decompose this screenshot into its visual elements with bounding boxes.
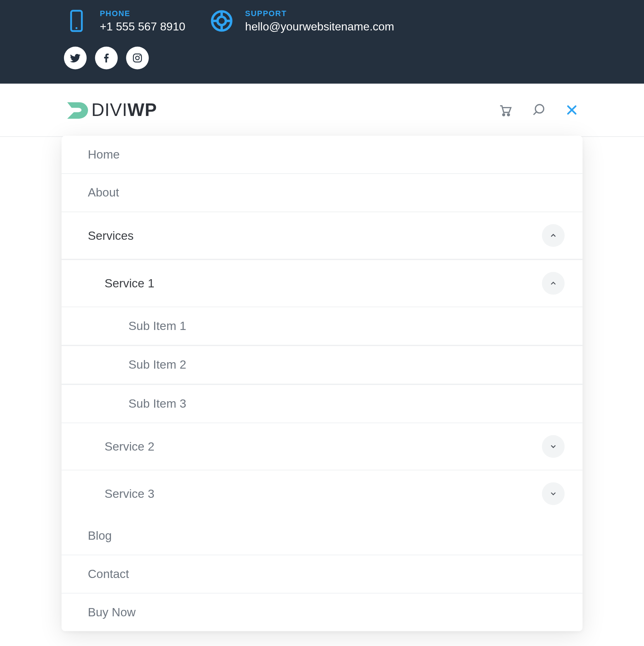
svg-point-1 xyxy=(75,27,77,29)
chevron-up-icon[interactable] xyxy=(542,224,565,247)
logo[interactable]: DIVIWP xyxy=(64,97,157,123)
phone-label: PHONE xyxy=(100,9,185,18)
support-icon xyxy=(209,8,234,33)
instagram-icon[interactable] xyxy=(126,47,148,69)
svg-point-9 xyxy=(136,56,139,60)
twitter-icon[interactable] xyxy=(64,47,87,69)
menu-item-service-3[interactable]: Service 3 xyxy=(62,470,582,517)
support-value: hello@yourwebsitename.com xyxy=(245,20,394,33)
menu-label: Blog xyxy=(88,529,565,543)
menu-item-contact[interactable]: Contact xyxy=(62,555,582,593)
menu-label: Sub Item 2 xyxy=(128,358,565,371)
menu-item-home[interactable]: Home xyxy=(62,136,582,174)
menu-label: Home xyxy=(88,147,565,161)
chevron-down-icon[interactable] xyxy=(542,482,565,505)
menu-item-sub-3[interactable]: Sub Item 3 xyxy=(62,384,582,423)
menu-label: Services xyxy=(88,229,542,242)
logo-mark-icon xyxy=(64,97,90,123)
mobile-menu-panel: Home About Services Service 1 Sub Item 1 xyxy=(62,136,582,631)
facebook-icon[interactable] xyxy=(95,47,118,69)
svg-point-10 xyxy=(139,55,140,56)
menu-label: Sub Item 3 xyxy=(128,397,565,411)
header: DIVIWP xyxy=(0,84,644,137)
phone-value: +1 555 567 8910 xyxy=(100,20,185,33)
menu-item-services[interactable]: Services xyxy=(62,212,582,259)
logo-text-part2: WP xyxy=(127,100,157,120)
svg-point-11 xyxy=(503,114,504,116)
svg-point-12 xyxy=(507,114,509,116)
menu-item-sub-2[interactable]: Sub Item 2 xyxy=(62,345,582,384)
chevron-down-icon[interactable] xyxy=(542,435,565,458)
menu-item-blog[interactable]: Blog xyxy=(62,517,582,555)
menu-label: About xyxy=(88,186,565,199)
menu-label: Service 1 xyxy=(104,276,542,290)
svg-point-13 xyxy=(535,105,543,113)
chevron-up-icon[interactable] xyxy=(542,272,565,295)
services-submenu: Service 1 Sub Item 1 Sub Item 2 Sub Item… xyxy=(62,259,582,517)
cart-icon[interactable] xyxy=(497,102,513,118)
menu-item-buy-now[interactable]: Buy Now xyxy=(62,593,582,631)
search-icon[interactable] xyxy=(530,102,547,118)
support-block: SUPPORT hello@yourwebsitename.com xyxy=(209,8,394,33)
topbar: PHONE +1 555 567 8910 xyxy=(0,0,644,84)
menu-item-service-1[interactable]: Service 1 xyxy=(62,259,582,307)
phone-block: PHONE +1 555 567 8910 xyxy=(64,8,185,33)
menu-label: Buy Now xyxy=(88,606,565,619)
menu-label: Service 2 xyxy=(104,439,542,453)
service-1-submenu: Sub Item 1 Sub Item 2 Sub Item 3 xyxy=(62,307,582,423)
menu-item-service-2[interactable]: Service 2 xyxy=(62,423,582,470)
menu-label: Sub Item 1 xyxy=(128,319,565,333)
support-label: SUPPORT xyxy=(245,9,394,18)
svg-line-14 xyxy=(533,112,536,115)
logo-text-part1: DIVI xyxy=(92,100,128,120)
svg-point-3 xyxy=(218,17,226,25)
logo-text: DIVIWP xyxy=(92,100,157,120)
menu-label: Service 3 xyxy=(104,487,542,500)
menu-item-sub-1[interactable]: Sub Item 1 xyxy=(62,307,582,346)
phone-icon xyxy=(64,8,89,33)
close-icon[interactable] xyxy=(564,102,580,118)
menu-label: Contact xyxy=(88,567,565,581)
menu-item-about[interactable]: About xyxy=(62,174,582,212)
